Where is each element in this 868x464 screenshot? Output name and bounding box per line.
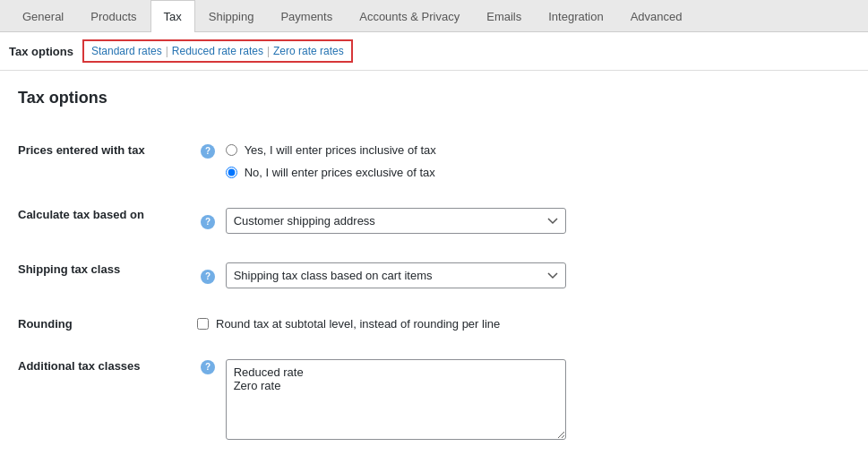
radio-inclusive[interactable] [226, 144, 237, 156]
row-shipping-tax-class: Shipping tax class ? Shipping tax class … [18, 248, 850, 303]
sub-nav-sep-2: | [267, 45, 270, 57]
sub-nav-reduced-rate[interactable]: Reduced rate rates [172, 45, 263, 57]
sub-nav-sep-1: | [166, 45, 168, 57]
shipping-tax-class-select[interactable]: Shipping tax class based on cart items S… [226, 262, 566, 288]
radio-exclusive-label[interactable]: No, I will enter prices exclusive of tax [226, 166, 436, 179]
top-nav: General Products Tax Shipping Payments A… [0, 0, 868, 32]
rounding-checkbox-label[interactable]: Round tax at subtotal level, instead of … [197, 317, 850, 331]
radio-inclusive-text: Yes, I will enter prices inclusive of ta… [245, 143, 436, 157]
tab-emails[interactable]: Emails [473, 0, 535, 32]
radio-inclusive-label[interactable]: Yes, I will enter prices inclusive of ta… [226, 143, 436, 157]
calculate-tax-help-icon[interactable]: ? [201, 215, 215, 229]
sub-nav-standard-rates[interactable]: Standard rates [91, 45, 162, 57]
prices-tax-help-icon[interactable]: ? [201, 144, 215, 159]
rounding-checkbox[interactable] [197, 318, 209, 330]
tab-advanced[interactable]: Advanced [617, 0, 696, 32]
shipping-tax-class-label: Shipping tax class [18, 262, 120, 276]
content-area: Tax options Prices entered with tax ? [0, 71, 868, 464]
form-table: Prices entered with tax ? Yes, I will en… [18, 129, 850, 454]
row-rounding: Rounding Round tax at subtotal level, in… [18, 303, 850, 345]
page-wrap: General Products Tax Shipping Payments A… [0, 0, 868, 464]
radio-exclusive[interactable] [226, 167, 237, 178]
row-calculate-tax: Calculate tax based on ? Customer shippi… [18, 193, 850, 248]
tab-integration[interactable]: Integration [535, 0, 616, 32]
tab-products[interactable]: Products [77, 0, 150, 32]
sub-nav-links-container: Standard rates | Reduced rate rates | Ze… [82, 39, 353, 63]
shipping-tax-help-icon[interactable]: ? [201, 270, 215, 284]
sub-nav-zero-rate[interactable]: Zero rate rates [273, 45, 344, 57]
sub-nav-row: Tax options Standard rates | Reduced rat… [0, 32, 868, 71]
rounding-label: Rounding [18, 317, 73, 331]
tab-general[interactable]: General [9, 0, 77, 32]
tab-accounts-privacy[interactable]: Accounts & Privacy [346, 0, 473, 32]
tab-payments[interactable]: Payments [267, 0, 346, 32]
additional-tax-classes-textarea[interactable]: Reduced rate Zero rate [226, 359, 566, 440]
prices-tax-label: Prices entered with tax [18, 143, 145, 157]
additional-tax-help-icon[interactable]: ? [201, 360, 215, 374]
row-prices-entered-with-tax: Prices entered with tax ? Yes, I will en… [18, 129, 850, 193]
additional-tax-classes-label: Additional tax classes [18, 359, 141, 373]
sub-nav-label: Tax options [9, 45, 73, 58]
calculate-tax-select[interactable]: Customer shipping address Customer billi… [226, 208, 566, 234]
row-additional-tax-classes: Additional tax classes ? Reduced rate Ze… [18, 345, 850, 454]
page-title: Tax options [18, 89, 850, 107]
rounding-checkbox-text: Round tax at subtotal level, instead of … [216, 317, 500, 331]
tab-tax[interactable]: Tax [150, 0, 195, 32]
calculate-tax-label: Calculate tax based on [18, 208, 144, 221]
tab-shipping[interactable]: Shipping [195, 0, 268, 32]
radio-exclusive-text: No, I will enter prices exclusive of tax [245, 166, 435, 179]
